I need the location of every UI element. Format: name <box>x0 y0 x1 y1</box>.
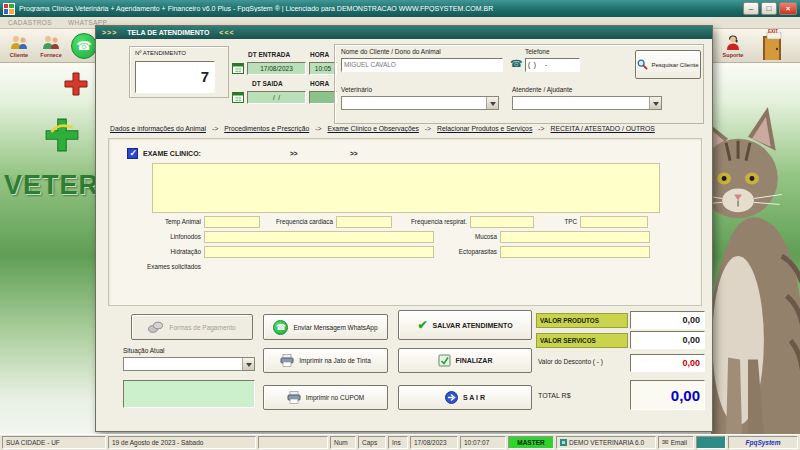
tab-produtos-servicos[interactable]: Relacionar Produtos e Serviços <box>437 125 532 132</box>
exit-door-icon <box>761 32 785 60</box>
total-label: TOTAL R$ <box>538 392 571 399</box>
chevron-down-icon[interactable] <box>486 97 498 109</box>
veterinario-select[interactable] <box>341 96 499 110</box>
linfonodos-field[interactable] <box>204 231 434 243</box>
toolbar-suporte-label: Suporte <box>723 52 744 58</box>
exame-observacoes-textarea[interactable] <box>152 163 660 213</box>
toolbar-suporte-button[interactable]: Suporte <box>716 30 750 62</box>
tab-strip: Dados e informações do Animal -> Procedi… <box>110 125 704 132</box>
status-company-text: DEMO VETERINARIA 6.0 <box>569 439 644 446</box>
tab-exame-clinico[interactable]: Exame Clínico e Observações <box>327 125 418 132</box>
printer-icon <box>287 391 301 404</box>
freq-respiratoria-field[interactable] <box>470 216 534 228</box>
enviar-whatsapp-button[interactable]: ☎ Enviar Mensagem WhatsApp <box>263 314 388 340</box>
freq-cardiaca-label: Frequencia cardiaca <box>263 218 333 225</box>
minimize-button[interactable]: – <box>743 2 759 15</box>
total-value: 0,00 <box>630 380 705 410</box>
imprimir-jato-button[interactable]: Imprimir na Jato de Tinta <box>263 348 388 373</box>
atendente-label: Atendente / Ajudante <box>512 86 572 93</box>
ectoparasitas-label: Ectoparasitas <box>437 248 497 255</box>
dialog-title: TELA DE ATENDIMENTO <box>127 29 209 36</box>
tpc-field[interactable] <box>580 216 648 228</box>
exame-clinico-checkbox[interactable] <box>127 148 138 159</box>
desconto-value[interactable]: 0,00 <box>630 354 705 372</box>
valor-produtos-value: 0,00 <box>630 311 705 329</box>
toolbar-exit-button[interactable]: EXIT <box>756 30 790 62</box>
imprimir-jato-label: Imprimir na Jato de Tinta <box>299 357 371 364</box>
freq-cardiaca-field[interactable] <box>336 216 392 228</box>
status-email-text: Email <box>671 439 687 446</box>
exame-field-row: Hidratação Ectoparasitas <box>115 245 695 258</box>
hora-entrada-field[interactable]: 10:05 <box>309 62 337 75</box>
title-bar: Programa Clínica Veterinária + Agendamen… <box>0 0 800 17</box>
chevron-down-icon[interactable] <box>242 358 254 370</box>
situacao-status-box <box>123 380 255 408</box>
exame-clinico-label: EXAME CLINICO: <box>143 150 201 157</box>
nome-cliente-field[interactable]: MIGUEL CAVALO <box>341 58 503 72</box>
linfonodos-label: Linfonodos <box>115 233 201 240</box>
exit-arrow-icon <box>445 391 458 404</box>
valor-produtos-label: VALOR PRODUTOS <box>536 313 628 328</box>
hora-saida-field[interactable] <box>309 91 337 104</box>
hora-entrada-label: HORA <box>310 51 329 58</box>
status-insert: Ins <box>388 436 408 449</box>
menu-cadastros[interactable]: CADASTROS <box>8 19 52 26</box>
exame-field-row: Exames solicitados <box>115 260 695 273</box>
telefone-label: Telefone <box>525 48 550 55</box>
status-email[interactable]: ✉ Email <box>658 436 694 449</box>
toolbar-fornecedor-button[interactable]: Fornece <box>36 30 66 62</box>
atendente-select[interactable] <box>512 96 662 110</box>
dialog-header[interactable]: >>> TELA DE ATENDIMENTO <<< <box>96 26 712 39</box>
dt-saida-field[interactable]: / / <box>247 91 306 104</box>
imprimir-cupom-label: Imprimir no CUPOM <box>306 394 365 401</box>
mucosa-field[interactable] <box>500 231 650 243</box>
status-brand: FpqSystem <box>728 436 798 449</box>
app-icon <box>3 3 15 15</box>
calendar-saida-icon[interactable] <box>232 91 244 103</box>
status-long-date: 19 de Agosto de 2023 - Sábado <box>108 436 256 449</box>
hora-saida-label: HORA <box>310 80 329 87</box>
dt-entrada-label: DT ENTRADA <box>248 51 290 58</box>
calendar-entrada-icon[interactable] <box>232 62 244 74</box>
formas-pagamento-button[interactable]: Formas de Pagamento <box>131 314 253 340</box>
exame-arrow-1: >> <box>290 150 298 157</box>
situacao-atual-select[interactable] <box>123 357 255 371</box>
tab-separator: -> <box>425 125 431 132</box>
exame-clinico-panel: EXAME CLINICO: >> >> Temp Animal Frequen… <box>108 138 702 306</box>
toolbar-cliente-label: Cliente <box>10 52 28 58</box>
status-company: DEMO VETERINARIA 6.0 <box>556 436 656 449</box>
tab-dados-animal[interactable]: Dados e informações do Animal <box>110 125 206 132</box>
application-window: Programa Clínica Veterinária + Agendamen… <box>0 0 800 450</box>
finalizar-label: FINALIZAR <box>456 357 493 364</box>
tab-receita-atestado[interactable]: RECEITA / ATESTADO / OUTROS <box>551 125 655 132</box>
toolbar-cliente-button[interactable]: Cliente <box>4 30 34 62</box>
veterinario-label: Veterinário <box>341 86 372 93</box>
salvar-atendimento-button[interactable]: ✔ SALVAR ATENDIMENTO <box>398 310 532 340</box>
imprimir-cupom-button[interactable]: Imprimir no CUPOM <box>263 385 388 410</box>
telefone-field[interactable]: ( ) - <box>525 58 580 72</box>
maximize-button[interactable]: □ <box>761 2 777 15</box>
mucosa-label: Mucosa <box>437 233 497 240</box>
toolbar-whatsapp-button[interactable]: ☎ <box>70 30 98 62</box>
temp-animal-field[interactable] <box>204 216 260 228</box>
status-location: SUA CIDADE - UF <box>2 436 106 449</box>
header-suffix: <<< <box>219 29 234 36</box>
pesquisar-cliente-button[interactable]: Pesquisar Cliente <box>635 50 701 79</box>
dt-entrada-field[interactable]: 17/08/2023 <box>247 62 306 75</box>
hidratacao-label: Hidratação <box>115 248 201 255</box>
situacao-atual-label: Situação Atual <box>123 347 165 354</box>
temp-animal-label: Temp Animal <box>115 218 201 225</box>
toolbar-fornecedor-label: Fornece <box>40 52 61 58</box>
close-button[interactable]: × <box>779 2 797 15</box>
hidratacao-field[interactable] <box>204 246 434 258</box>
desconto-label: Valor do Desconto ( - ) <box>538 358 603 365</box>
tab-procedimentos[interactable]: Procedimentos e Prescrição <box>224 125 309 132</box>
chevron-down-icon[interactable] <box>649 97 661 109</box>
finalizar-button[interactable]: FINALIZAR <box>398 348 532 373</box>
atendimento-number-field[interactable]: 7 <box>135 61 215 93</box>
sair-button[interactable]: S A I R <box>398 385 532 410</box>
ectoparasitas-field[interactable] <box>500 246 650 258</box>
tpc-label: TPC <box>537 218 577 225</box>
nome-cliente-label: Nome do Cliente / Dono do Animal <box>341 48 441 55</box>
tab-separator: -> <box>212 125 218 132</box>
